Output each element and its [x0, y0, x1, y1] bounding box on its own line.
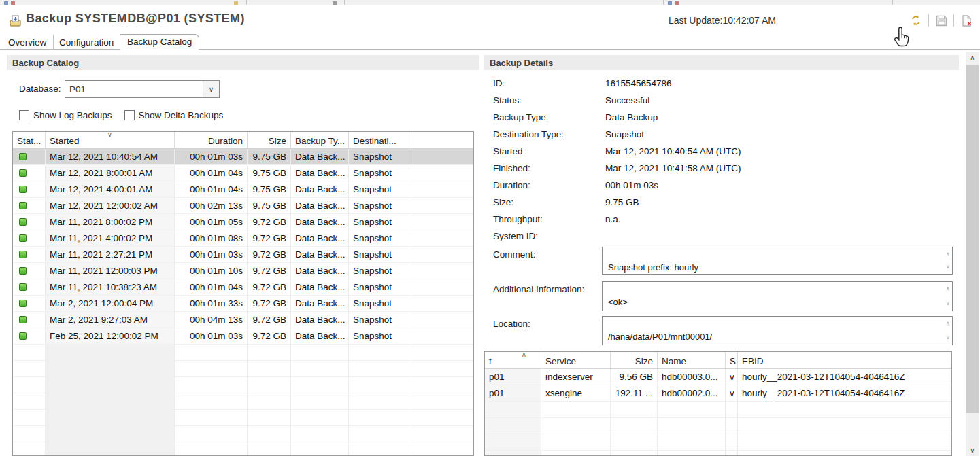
- scroll-down-icon[interactable]: ∨: [945, 298, 950, 309]
- files-column-header-s[interactable]: S: [726, 352, 738, 368]
- scroll-up-icon[interactable]: ∧: [945, 318, 950, 330]
- detail-value-0: 1615545654786: [605, 78, 672, 88]
- scroll-up-icon[interactable]: ∧: [966, 52, 979, 63]
- show-delta-backups-checkbox[interactable]: Show Delta Backups: [124, 110, 224, 120]
- column-header-stat[interactable]: Stat...: [13, 132, 46, 148]
- destination-cell: Snapshot: [349, 198, 413, 213]
- filler-cell: [413, 296, 473, 311]
- files-cell-t: p01: [485, 369, 541, 385]
- column-header-backupty[interactable]: Backup Ty...: [291, 132, 349, 148]
- files-cell-name: hdb00002.0...: [658, 385, 726, 401]
- backup-catalog-table[interactable]: Stat...Started∨DurationSizeBackup Ty...D…: [12, 131, 474, 456]
- started-cell: Mar 11, 2021 8:00:02 PM: [46, 214, 175, 230]
- comment-field[interactable]: Snapshot prefix: hourly Tools version: 5…: [602, 247, 953, 275]
- column-header-size[interactable]: Size: [248, 132, 291, 148]
- files-column-header-service[interactable]: Service: [541, 352, 611, 368]
- destination-cell: Snapshot: [349, 214, 413, 230]
- scrollbar-thumb[interactable]: [966, 65, 979, 413]
- empty-cell: [13, 393, 46, 409]
- size-cell: 9.75 GB: [248, 165, 291, 181]
- table-row[interactable]: Mar 11, 2021 4:00:02 PM00h 01m 08s9.72 G…: [13, 230, 473, 247]
- scroll-down-icon[interactable]: ∨: [966, 444, 979, 456]
- empty-cell: [291, 426, 349, 442]
- tab-configuration[interactable]: Configuration: [52, 35, 121, 50]
- backup-type-cell: Data Back...: [291, 230, 349, 246]
- table-row[interactable]: Mar 11, 2021 8:00:02 PM00h 01m 05s9.72 G…: [13, 214, 473, 230]
- status-cell: [13, 214, 46, 230]
- empty-cell: [738, 418, 951, 434]
- page-title: Backup SYSTEMDB@P01 (SYSTEM): [26, 12, 245, 26]
- database-value: P01: [65, 84, 203, 94]
- refresh-icon[interactable]: [908, 12, 924, 29]
- table-row[interactable]: Mar 2, 2021 12:00:04 PM00h 01m 33s9.72 G…: [13, 296, 473, 312]
- tab-overview[interactable]: Overview: [1, 35, 54, 50]
- table-row[interactable]: Feb 25, 2021 12:00:02 PM00h 01m 03s9.72 …: [13, 328, 473, 345]
- started-cell: Mar 2, 2021 9:27:03 AM: [46, 312, 175, 328]
- size-cell: 9.72 GB: [248, 296, 291, 311]
- table-row[interactable]: Mar 12, 2021 4:00:01 AM00h 01m 04s9.75 G…: [13, 181, 473, 198]
- detail-label-6: Duration:: [493, 180, 530, 190]
- size-cell: 9.75 GB: [248, 198, 291, 213]
- table-row[interactable]: Mar 12, 2021 10:40:54 AM00h 01m 03s9.75 …: [13, 149, 473, 165]
- checkbox-box[interactable]: [124, 110, 135, 120]
- destination-cell: Snapshot: [349, 312, 413, 328]
- table-row[interactable]: p01xsengine192.11 ...hdb00002.0...vhourl…: [485, 385, 951, 402]
- table-row[interactable]: Mar 12, 2021 8:00:01 AM00h 01m 04s9.75 G…: [13, 165, 473, 181]
- empty-cell: [13, 442, 46, 456]
- delete-backup-icon[interactable]: [958, 12, 975, 29]
- show-log-backups-checkbox[interactable]: Show Log Backups: [19, 110, 112, 120]
- empty-cell: [485, 418, 541, 434]
- empty-cell: [658, 418, 726, 434]
- table-row[interactable]: p01indexserver9.56 GBhdb00003.0...vhourl…: [485, 369, 951, 385]
- status-success-icon: [19, 283, 27, 291]
- empty-cell: [248, 345, 291, 360]
- empty-cell: [413, 393, 473, 409]
- backup-type-cell: Data Back...: [291, 214, 349, 230]
- status-success-icon: [19, 332, 27, 340]
- database-label: Database:: [19, 84, 61, 94]
- tab-backup-catalog[interactable]: Backup Catalog: [120, 34, 199, 50]
- files-column-header-name[interactable]: Name: [658, 352, 726, 368]
- table-row[interactable]: Mar 2, 2021 9:27:03 AM00h 04m 13s9.72 GB…: [13, 312, 473, 328]
- files-column-header-t[interactable]: t∧: [485, 352, 541, 368]
- status-cell: [13, 328, 46, 344]
- column-header-started[interactable]: Started∨: [46, 132, 175, 148]
- scroll-down-icon[interactable]: ∨: [945, 332, 950, 343]
- chevron-down-icon[interactable]: ∨: [203, 81, 219, 97]
- scroll-down-icon[interactable]: ∨: [945, 261, 950, 273]
- files-cell-ebid: hourly__2021-03-12T104054-4046416Z: [738, 385, 951, 401]
- column-header-duration[interactable]: Duration: [175, 132, 248, 148]
- status-success-icon: [19, 251, 27, 258]
- scroll-up-icon[interactable]: ∧: [945, 249, 950, 260]
- empty-cell: [658, 434, 726, 450]
- duration-cell: 00h 01m 08s: [175, 230, 248, 246]
- detail-value-1: Successful: [605, 95, 649, 105]
- location-field[interactable]: /hana/data/P01/mnt00001/ ∧ ∨: [602, 316, 953, 345]
- empty-table-row: [485, 402, 951, 418]
- database-select[interactable]: P01 ∨: [65, 80, 220, 98]
- empty-cell: [413, 377, 473, 393]
- files-column-header-size[interactable]: Size: [611, 352, 658, 368]
- table-row[interactable]: Mar 11, 2021 2:27:21 PM00h 01m 03s9.72 G…: [13, 247, 473, 263]
- empty-cell: [46, 361, 175, 376]
- empty-cell: [248, 442, 291, 456]
- vertical-scrollbar[interactable]: ∧ ∨: [966, 52, 979, 456]
- empty-cell: [658, 402, 726, 417]
- empty-cell: [13, 345, 46, 360]
- files-column-header-ebid[interactable]: EBID: [738, 352, 951, 368]
- save-icon[interactable]: [933, 12, 949, 29]
- scroll-up-icon[interactable]: ∧: [945, 283, 950, 295]
- duration-cell: 00h 01m 05s: [175, 214, 248, 230]
- table-row[interactable]: Mar 12, 2021 12:00:02 AM00h 02m 13s9.75 …: [13, 198, 473, 214]
- status-cell: [13, 165, 46, 181]
- detail-label-2: Backup Type:: [493, 112, 549, 122]
- detail-label-8: Throughput:: [493, 214, 543, 224]
- backup-files-table[interactable]: t∧ServiceSizeNameSEBIDp01indexserver9.56…: [484, 351, 952, 456]
- table-row[interactable]: Mar 11, 2021 10:38:23 AM00h 01m 04s9.72 …: [13, 279, 473, 296]
- table-row[interactable]: Mar 11, 2021 12:00:03 PM00h 01m 10s9.72 …: [13, 263, 473, 279]
- destination-cell: Snapshot: [349, 328, 413, 344]
- checkbox-box[interactable]: [19, 110, 29, 120]
- detail-value-6: 00h 01m 03s: [605, 180, 658, 190]
- additional-information-field[interactable]: <ok> ∧ ∨: [602, 281, 953, 311]
- column-header-destinati[interactable]: Destinati...: [349, 132, 413, 148]
